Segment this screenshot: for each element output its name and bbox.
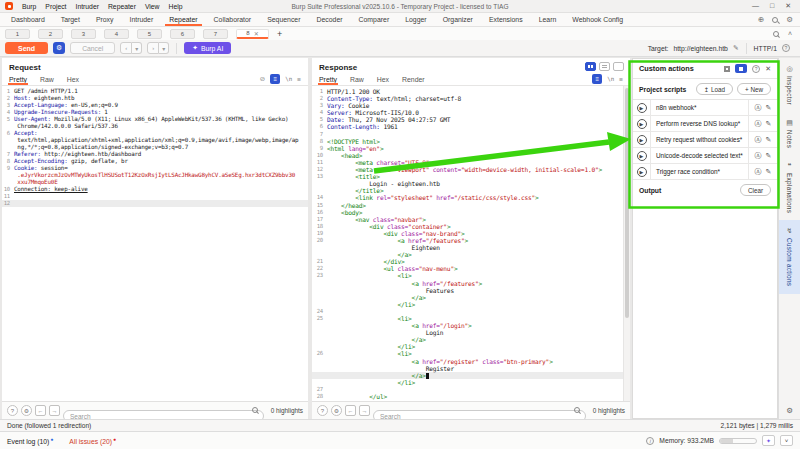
response-tab-raw[interactable]: Raw — [350, 73, 364, 85]
find-next-button[interactable]: → — [49, 405, 60, 416]
layout-single-icon[interactable] — [613, 62, 624, 71]
repeater-tab-1[interactable]: 1 — [5, 29, 30, 39]
history-back-button[interactable]: ‹ — [120, 42, 132, 54]
response-tab-pretty[interactable]: Pretty — [319, 73, 337, 85]
main-tab-learn[interactable]: Learn — [531, 13, 565, 26]
repeater-tab-8[interactable]: 8✕ — [236, 29, 269, 39]
find-previous-button[interactable]: ← — [345, 405, 356, 416]
search-help-icon[interactable]: ? — [317, 405, 328, 416]
repeater-tab-6[interactable]: 6 — [170, 29, 195, 39]
search-settings-icon[interactable]: ⚙ — [331, 405, 342, 416]
main-tab-extensions[interactable]: Extensions — [481, 13, 531, 26]
menu-intruder[interactable]: Intruder — [76, 3, 99, 10]
send-options-button[interactable]: ⚙ — [53, 42, 65, 54]
response-tab-render[interactable]: Render — [402, 73, 425, 85]
sidebar-tab-notes[interactable]: ▤Notes — [779, 112, 800, 155]
custom-actions-close-icon[interactable]: ✕ — [765, 65, 771, 73]
main-tab-target[interactable]: Target — [53, 13, 88, 26]
request-tab-pretty[interactable]: Pretty — [9, 73, 27, 85]
prettify-toggle-icon[interactable]: ≡ — [270, 74, 280, 84]
main-tab-logger[interactable]: Logger — [397, 13, 434, 26]
ai-action-icon[interactable]: Ⓐ — [755, 151, 762, 161]
newline-toggle-icon[interactable]: \n — [607, 76, 614, 82]
edit-script-icon[interactable]: ✎ — [766, 152, 772, 160]
run-script-button[interactable]: ▶ — [637, 119, 647, 129]
edit-script-icon[interactable]: ✎ — [766, 168, 772, 176]
main-tab-collaborator[interactable]: Collaborator — [206, 13, 260, 26]
main-tab-organizer[interactable]: Organizer — [435, 13, 481, 26]
cancel-button[interactable]: Cancel — [70, 42, 115, 54]
ai-action-icon[interactable]: Ⓐ — [755, 119, 762, 129]
collapse-icon[interactable]: ˄ — [788, 30, 792, 37]
run-script-button[interactable]: ▶ — [637, 103, 647, 113]
burp-ai-credits-icon[interactable]: ✦ — [762, 435, 775, 446]
menu-view[interactable]: View — [145, 3, 160, 10]
editor-menu-icon[interactable]: ≡ — [619, 76, 623, 83]
settings-gear-icon[interactable]: ⚙ — [786, 15, 793, 24]
load-script-button[interactable]: ↥ Load — [696, 83, 733, 95]
sidebar-settings-gear-icon[interactable]: ⚙ — [779, 406, 800, 419]
main-tab-repeater[interactable]: Repeater — [161, 13, 205, 26]
burp-ai-button[interactable]: ✦ Burp AI — [184, 42, 231, 54]
prettify-toggle-icon[interactable]: ≡ — [592, 74, 602, 84]
close-button[interactable]: ✕ — [785, 2, 791, 10]
repeater-tab-3[interactable]: 3 — [71, 29, 96, 39]
clear-output-button[interactable]: Clear — [740, 184, 771, 196]
response-editor[interactable]: 1HTTP/1.1 200 OK2Content-Type: text/html… — [312, 86, 630, 401]
main-tab-dashboard[interactable]: Dashboard — [3, 13, 53, 26]
run-script-button[interactable]: ▶ — [637, 135, 647, 145]
main-tab-decoder[interactable]: Decoder — [309, 13, 351, 26]
run-script-button[interactable]: ▶ — [637, 151, 647, 161]
search-icon[interactable] — [772, 17, 778, 23]
repeater-tab-2[interactable]: 2 — [38, 29, 63, 39]
nonprintable-chars-icon[interactable]: ⊘ — [260, 75, 265, 83]
ai-action-icon[interactable]: Ⓐ — [755, 135, 762, 145]
tab-search-icon[interactable] — [773, 31, 779, 37]
search-help-icon[interactable]: ? — [7, 405, 18, 416]
run-script-button[interactable]: ▶ — [637, 167, 647, 177]
request-tab-raw[interactable]: Raw — [40, 73, 54, 85]
globe-icon[interactable]: ⊕ — [758, 15, 764, 24]
scrollbar-thumb[interactable] — [625, 88, 629, 318]
custom-actions-help-icon[interactable]: ? — [752, 65, 760, 73]
layout-columns-icon[interactable] — [585, 62, 596, 71]
edit-script-icon[interactable]: ✎ — [766, 104, 772, 112]
response-tab-hex[interactable]: Hex — [377, 73, 389, 85]
send-button[interactable]: Send — [5, 42, 48, 54]
search-settings-icon[interactable]: ⚙ — [21, 405, 32, 416]
minimize-button[interactable]: — — [752, 2, 759, 10]
request-tab-hex[interactable]: Hex — [67, 73, 79, 85]
menu-repeater[interactable]: Repeater — [108, 3, 136, 10]
new-script-button[interactable]: + New — [737, 83, 771, 95]
tab-close-icon[interactable]: ✕ — [254, 30, 259, 37]
main-tab-comparer[interactable]: Comparer — [351, 13, 398, 26]
http-version-label[interactable]: HTTP/1 — [754, 45, 777, 52]
http-version-help-icon[interactable]: ? — [782, 44, 790, 52]
memory-info-icon[interactable]: i — [646, 437, 654, 445]
sidebar-tab-custom-actions[interactable]: ↯Custom actions — [779, 220, 800, 293]
menu-help[interactable]: Help — [169, 3, 183, 10]
menu-project[interactable]: Project — [45, 3, 66, 10]
layout-rows-icon[interactable] — [599, 62, 610, 71]
main-tab-webhook-config[interactable]: Webhook Config — [564, 13, 631, 26]
repeater-tab-7[interactable]: 7 — [203, 29, 228, 39]
event-log-link[interactable]: Event log (10)● — [7, 436, 53, 445]
panel-view-toggle-icon[interactable] — [735, 64, 747, 73]
maximize-button[interactable]: □ — [770, 2, 774, 10]
history-forward-dropdown[interactable]: ▾ — [159, 42, 169, 54]
sidebar-tab-explanations[interactable]: ❝Explanations — [779, 155, 800, 220]
history-back-dropdown[interactable]: ▾ — [132, 42, 142, 54]
all-issues-link[interactable]: All issues (20)● — [69, 436, 116, 445]
sidebar-tab-inspector[interactable]: ◎Inspector — [779, 58, 800, 112]
edit-script-icon[interactable]: ✎ — [766, 120, 772, 128]
main-tab-sequencer[interactable]: Sequencer — [259, 13, 308, 26]
repeater-tab-5[interactable]: 5 — [137, 29, 162, 39]
statusbar-dropdown-icon[interactable]: ˅ — [780, 435, 793, 446]
find-next-button[interactable]: → — [359, 405, 370, 416]
history-forward-button[interactable]: › — [147, 42, 159, 54]
editor-menu-icon[interactable]: ≡ — [297, 76, 301, 83]
repeater-tab-4[interactable]: 4 — [104, 29, 129, 39]
add-tab-button[interactable]: + — [277, 29, 282, 39]
edit-target-pencil-icon[interactable]: ✎ — [733, 44, 739, 52]
main-tab-proxy[interactable]: Proxy — [88, 13, 122, 26]
